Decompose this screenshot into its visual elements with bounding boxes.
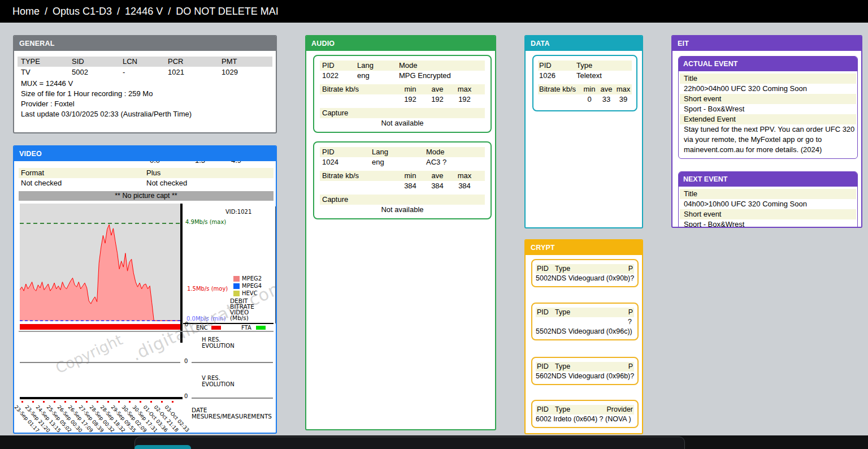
general-col-pcr: PCR (168, 57, 183, 67)
data-card: PID Type 1026 Teletext Bitrate kb/s min … (532, 55, 637, 111)
audio2-capture-label: Capture (320, 195, 348, 205)
actual-event-card: ACTUAL EVENT Title 22h00>04h00 UFC 320 C… (678, 56, 858, 159)
hevc-legend-label: HEVC (242, 290, 258, 296)
data-min-label: min (581, 84, 598, 94)
audio2-pid-label: PID (320, 147, 372, 157)
mpeg2-legend-swatch (233, 276, 240, 282)
actual-title-label: Title (680, 74, 856, 84)
actual-extended-label: Extended Event (680, 114, 856, 124)
flags-top-line (183, 323, 274, 324)
watermark-copyright: Copyright (53, 331, 125, 377)
audio-panel-header: AUDIO (306, 36, 495, 51)
data-ave-label: ave (598, 84, 615, 94)
video-plus-label: Plus (146, 169, 160, 177)
breadcrumb-item[interactable]: DO NOT DELETE MAI (176, 6, 279, 17)
crypt1-provider-label: P (628, 264, 634, 274)
chart-right-scrollbar[interactable] (275, 206, 276, 323)
data-ave: 33 (598, 94, 615, 105)
chart-divider-line (180, 204, 183, 343)
vres-evolution-label: V RES. EVOLUTION (202, 375, 235, 387)
x-tick (161, 401, 163, 403)
breadcrumb-item[interactable]: 12446 V (125, 6, 163, 17)
audio2-pid: 1024 (320, 157, 372, 167)
data-pid: 1026 (538, 71, 576, 81)
hevc-legend-swatch (233, 291, 240, 296)
vres-zero-line-right (192, 398, 273, 399)
general-col-pmt: PMT (222, 57, 237, 67)
video-panel-title: VIDEO (19, 150, 42, 158)
audio1-mode-label: Mode (399, 61, 485, 71)
mpeg4-legend-label: MPEG4 (242, 283, 262, 289)
audio2-mode-label: Mode (426, 147, 485, 157)
breadcrumb-item[interactable]: Home (12, 6, 40, 17)
audio2-max: 384 (451, 181, 478, 191)
eit-panel-title: EIT (678, 40, 689, 48)
crypt2-pid-label: PID (536, 308, 555, 317)
crypt3-pid-label: PID (536, 362, 555, 372)
x-tick (140, 401, 141, 403)
bitrate-chart (20, 204, 180, 322)
crypt-card-4: PID Type Provider 6002 Irdeto (0x604) ? … (531, 400, 639, 428)
crypt1-type-label: Type (555, 264, 628, 274)
crypt1-value: 5002NDS Videoguard (0x90b)? (536, 274, 634, 283)
bottom-strip (0, 435, 868, 449)
video-plus-value: Not checked (146, 179, 187, 187)
actual-event-title: ACTUAL EVENT (683, 60, 737, 68)
x-tick (107, 401, 109, 403)
general-val-pmt: 1029 (222, 67, 238, 77)
x-tick (75, 401, 77, 403)
general-filesize-line: Size of file for 1 Hour recording : 259 … (21, 89, 153, 98)
actual-extended-value: Stay tuned for the next PPV. You can ord… (680, 124, 856, 158)
vid-pid-label: VID:1021 (225, 209, 251, 215)
x-tick (118, 401, 120, 403)
crypt2-provider-value: ? (536, 317, 634, 327)
hres-zero-line-left (20, 362, 180, 363)
audio1-pid: 1022 (320, 71, 357, 81)
audio2-min: 384 (397, 181, 424, 191)
chart-title: DEBIT BITRATE VIDEO (Mb/s) (230, 298, 254, 321)
crypt-card-1: PID Type P 5002NDS Videoguard (0x90b)? (531, 259, 639, 287)
audio2-max-label: max (451, 171, 478, 181)
avg-bitrate-label: 1.5Mb/s (moy) (187, 286, 228, 292)
crypt4-value: 6002 Irdeto (0x604) ? (NOVA ) (536, 415, 634, 424)
y-zero-label: 0 (185, 321, 188, 327)
x-tick (150, 401, 152, 403)
audio2-capture-value: Not available (320, 205, 485, 215)
audio1-mode: MPG Encrypted (399, 71, 485, 81)
crypt-panel-header: CRYPT (526, 240, 642, 255)
x-tick (129, 401, 131, 403)
x-tick (172, 401, 173, 403)
no-picture-notice: ** No picture capt ** (19, 191, 274, 201)
audio1-lang-label: Lang (357, 61, 399, 71)
actual-short-value: Sport - Box&Wrest (680, 104, 856, 114)
audio2-mode: AC3 ? (426, 157, 485, 167)
data-type-label: Type (576, 61, 632, 71)
general-col-type: TYPE (21, 57, 40, 67)
x-tick (21, 401, 23, 403)
crypt-panel: CRYPT PID Type P 5002NDS Videoguard (0x9… (524, 239, 643, 434)
mpeg2-legend-label: MPEG2 (242, 275, 262, 282)
crypt-card-3: PID Type P 5602NDS Videoguard (0x96b)? (531, 357, 639, 385)
breadcrumb-separator: / (117, 6, 120, 17)
next-event-title: NEXT EVENT (683, 175, 728, 183)
data-bitrate-label: Bitrate kb/s (538, 84, 576, 94)
bottom-teal-button[interactable] (134, 445, 191, 449)
breadcrumb-item[interactable]: Optus C1-D3 (53, 6, 112, 17)
crypt1-pid-label: PID (536, 264, 555, 274)
x-tick (64, 401, 66, 403)
general-panel-header: GENERAL (14, 36, 276, 51)
audio1-ave: 192 (424, 94, 451, 105)
crypt3-provider-label: P (628, 362, 634, 372)
audio2-ave-label: ave (424, 171, 451, 181)
fta-flag-label: FTA (241, 325, 251, 331)
stream-analyzer-page: Home/Optus C1-D3/12446 V/DO NOT DELETE M… (0, 0, 868, 449)
crypt-card-2: PID Type P ? 5502NDS Videoguard (0x96c)) (531, 303, 639, 340)
next-event-header: NEXT EVENT (679, 172, 857, 187)
x-tick (97, 401, 98, 403)
audio2-lang-label: Lang (372, 147, 426, 157)
audio1-max-label: max (451, 84, 478, 94)
general-update-line: Last update 03/10/2025 02:33 (Australia/… (21, 110, 192, 118)
hres-zero-label: 0 (184, 358, 188, 364)
max-bitrate-label: 4.9Mb/s (max) (185, 219, 226, 225)
breadcrumb: Home/Optus C1-D3/12446 V/DO NOT DELETE M… (12, 6, 279, 18)
